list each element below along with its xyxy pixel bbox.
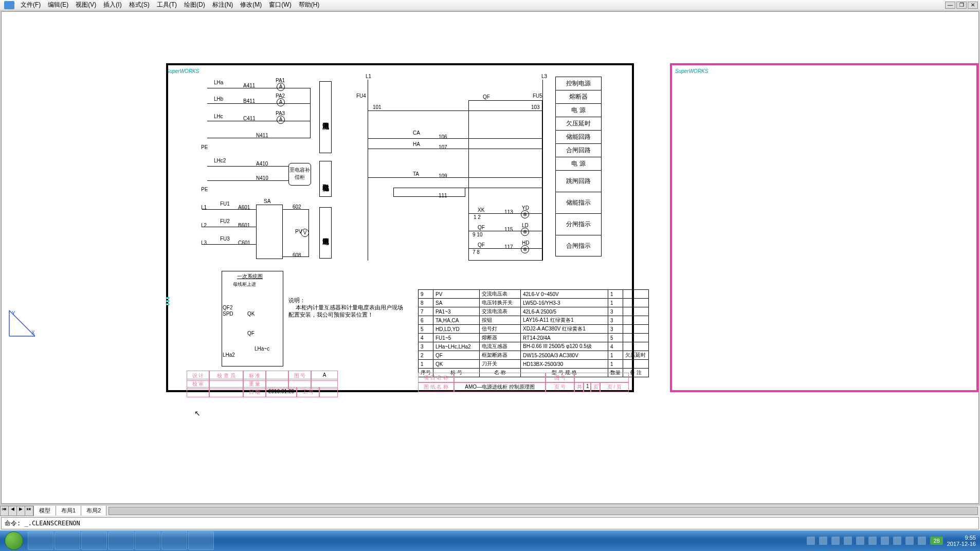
- menu-edit[interactable]: 编辑(E): [45, 0, 71, 10]
- menu-view[interactable]: 视图(V): [72, 0, 99, 10]
- volume-icon[interactable]: [918, 537, 926, 545]
- text-lhc: LHc: [214, 114, 223, 119]
- horizontal-scrollbar[interactable]: [108, 507, 978, 515]
- text-lhc2: LHc2: [214, 158, 226, 163]
- taskbar-item[interactable]: [108, 531, 134, 550]
- ucs-icon: Y X: [7, 308, 38, 339]
- text-78: 7 8: [473, 249, 480, 255]
- text-qf: QF: [483, 94, 490, 100]
- titleblock-drawing: 图 纸 名 称 AMO—电源进线柜 控制原理图 页 号 共 1 页 页 / 页: [418, 382, 629, 392]
- windows-logo-icon: [5, 531, 23, 550]
- text-qfb: QF: [247, 330, 255, 336]
- note-line-2: 配置安装，我公司预留安装位置！: [288, 311, 373, 319]
- menu-window[interactable]: 窗口(W): [266, 0, 294, 10]
- wire: [542, 80, 543, 261]
- clock-time: 9:55: [947, 535, 976, 541]
- side-tabs: [166, 297, 169, 306]
- taskbar-item[interactable]: [55, 531, 80, 550]
- tab-first-button[interactable]: ⏮: [1, 506, 9, 516]
- bom-row: 4FU1~5熔断器RT14-20/4A5: [419, 334, 649, 342]
- fn-row: 合闸指示: [556, 235, 601, 256]
- clock[interactable]: 9:55 2017-12-16: [947, 535, 976, 547]
- restore-button[interactable]: ❐: [956, 2, 967, 9]
- tray-icon[interactable]: [807, 537, 815, 545]
- text-pa1: PA1: [276, 78, 285, 83]
- tab-layout2[interactable]: 布局2: [81, 506, 106, 516]
- menu-help[interactable]: 帮助(H): [296, 0, 323, 10]
- menu-tool[interactable]: 工具(T): [154, 0, 180, 10]
- text-fu3: FU3: [220, 236, 230, 242]
- text-c601: C601: [238, 240, 250, 246]
- command-line[interactable]: 命令: _.CLEANSCREENON: [1, 517, 979, 529]
- menu-format[interactable]: 格式(S): [126, 0, 153, 10]
- tray-icon[interactable]: [831, 537, 840, 545]
- text-103: 103: [531, 104, 540, 110]
- tray-icon[interactable]: [819, 537, 827, 545]
- fn-row: 储能回路: [556, 131, 601, 144]
- lamp-hd: ⊗: [521, 245, 529, 253]
- fn-row: 熔断器: [556, 90, 601, 104]
- fn-row: 欠压延时: [556, 117, 601, 131]
- menu-draw[interactable]: 绘图(D): [181, 0, 208, 10]
- fn-row: 分闸指示: [556, 214, 601, 235]
- wire: [368, 149, 542, 149]
- titleblock-row-3: 日 期 2010.01.20 工 号: [187, 387, 338, 397]
- text-12: 1 2: [474, 214, 481, 220]
- text-n411: N411: [256, 133, 268, 138]
- tray-icon[interactable]: [881, 537, 889, 545]
- text-n410: N410: [256, 175, 268, 181]
- text-qf3: QF: [478, 242, 485, 248]
- close-button[interactable]: ✕: [968, 2, 978, 9]
- text-ca: CA: [413, 130, 420, 136]
- text-l3: L3: [201, 240, 207, 246]
- taskbar-item[interactable]: [28, 531, 53, 550]
- text-115: 115: [504, 227, 513, 232]
- start-button[interactable]: [0, 530, 28, 551]
- taskbar-item[interactable]: [135, 531, 160, 550]
- menu-dim[interactable]: 标注(N): [209, 0, 237, 10]
- text-fu2: FU2: [220, 218, 230, 224]
- menu-insert[interactable]: 插入(I): [100, 0, 124, 10]
- text-lhb: LHb: [214, 96, 223, 102]
- workspace[interactable]: SuperWORKS SuperWORKS 电流测量回路 电容补偿取样电流 电压…: [0, 10, 980, 505]
- bom-table: 9PV交流电压表42L6-V 0~450V18SA电压转换开关LW5D-16/Y…: [418, 289, 649, 377]
- text-xk: XK: [478, 207, 484, 213]
- menu-modify[interactable]: 修改(M): [237, 0, 265, 10]
- wire: [368, 138, 542, 139]
- text-ha: HA: [413, 141, 420, 147]
- titleblock-project: 项 目 名 称 图 号: [418, 373, 629, 383]
- tab-last-button[interactable]: ⏭: [25, 506, 33, 516]
- text-pe: PE: [201, 144, 208, 150]
- tray-icon[interactable]: [856, 537, 864, 545]
- tab-prev-button[interactable]: ◀: [9, 506, 17, 516]
- drawing-canvas[interactable]: SuperWORKS SuperWORKS 电流测量回路 电容补偿取样电流 电压…: [1, 11, 979, 504]
- text-lhac: LHa~c: [255, 346, 269, 352]
- menu-file[interactable]: 文件(F): [17, 0, 44, 10]
- tab-next-button[interactable]: ▶: [17, 506, 25, 516]
- text-109: 109: [439, 173, 447, 179]
- fn-row: 合闸回路: [556, 144, 601, 157]
- text-spd: SPD: [223, 311, 233, 317]
- minimize-button[interactable]: —: [945, 2, 955, 9]
- text-107: 107: [439, 144, 447, 150]
- label-current-circuit: 电流测量回路: [319, 81, 332, 153]
- taskbar-item[interactable]: [161, 531, 187, 550]
- fn-row: 电 源: [556, 157, 601, 171]
- taskbar-item[interactable]: [81, 531, 107, 550]
- tray-icon[interactable]: [844, 537, 852, 545]
- tray-icon[interactable]: [905, 537, 914, 545]
- command-text: 命令: _.CLEANSCREENON: [5, 519, 80, 528]
- text-117: 117: [504, 244, 513, 250]
- tray-icon[interactable]: [893, 537, 901, 545]
- text-ta: TA: [413, 171, 419, 177]
- taskbar-item[interactable]: [188, 531, 214, 550]
- tab-model[interactable]: 模型: [34, 506, 56, 516]
- tray-icon[interactable]: [868, 537, 877, 545]
- label-voltage-circuit: 电压测量回路: [319, 207, 332, 259]
- temperature-badge[interactable]: 28: [930, 537, 942, 545]
- text-lha: LHa: [214, 80, 223, 85]
- tab-layout1[interactable]: 布局1: [56, 506, 81, 516]
- svg-text:Y: Y: [12, 310, 15, 316]
- bom-row: 2QF框架断路器DW15-2500A/3 AC380V1欠压延时: [419, 351, 649, 360]
- ammeter-pa2: A: [277, 98, 285, 106]
